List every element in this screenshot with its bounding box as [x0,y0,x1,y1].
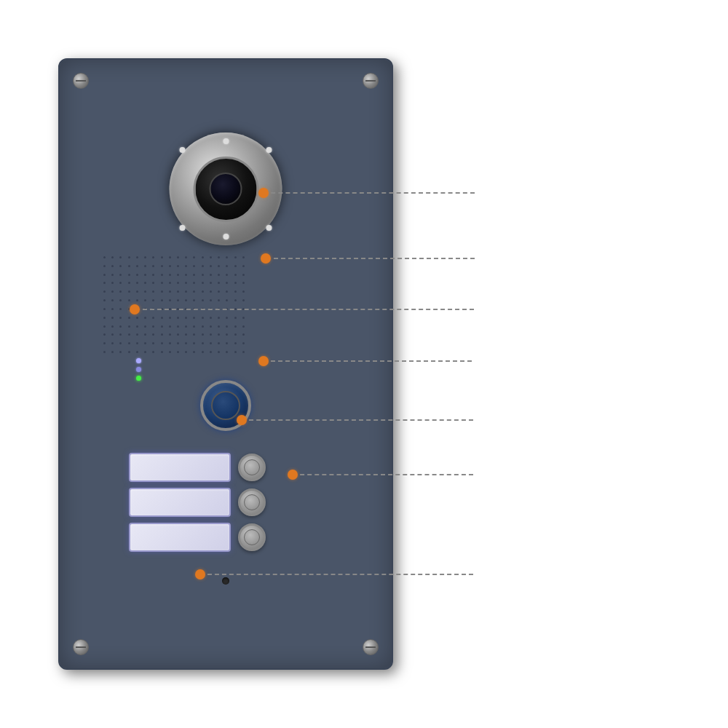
microphone-hole [222,577,229,585]
call-button-301[interactable] [238,454,266,481]
microphone-ann-dot [195,569,205,579]
ir-led [223,234,229,240]
nameplate-line [242,419,473,421]
camera-inner [210,173,242,205]
ir-led [223,138,229,144]
fingerprint-line [264,360,472,362]
ir-camera-line [264,192,475,194]
microphone-line [200,574,473,575]
call-button-line [293,474,473,475]
light-dots [136,358,141,381]
ir-camera-ann-dot [258,188,269,198]
light-dot-green [136,376,141,381]
nameplate-row-101 [129,523,266,552]
light-dot-1 [136,358,141,363]
diagram-container: const grille = document.querySelector('.… [0,0,728,728]
nameplate-row-201 [129,488,266,517]
call-button-ann-dot [288,470,298,480]
ir-led [266,225,272,231]
nameplate-ann-dot [237,415,247,425]
nameplate-101 [129,523,231,552]
ir-led [180,225,186,231]
fingerprint-ann-dot [258,356,269,366]
light-ann-dot [130,304,140,314]
light-line [135,309,474,310]
ir-led [266,147,272,153]
call-button-101[interactable] [238,523,266,551]
screw-top-left [73,73,89,89]
nameplate-row-301 [129,453,266,482]
nameplates-area [129,453,266,552]
ir-led [180,147,186,153]
screw-bottom-right [363,639,379,655]
camera-lens [193,157,258,222]
fingerprint-inner [211,391,240,420]
speaker-ann-dot [261,253,271,264]
nameplate-301 [129,453,231,482]
screw-bottom-left [73,639,89,655]
nameplate-201 [129,488,231,517]
screw-top-right [363,73,379,89]
call-button-201[interactable] [238,488,266,516]
speaker-grille: const grille = document.querySelector('.… [103,256,249,358]
door-panel: const grille = document.querySelector('.… [58,58,393,670]
light-dot-2 [136,367,141,372]
speaker-line [266,258,475,259]
